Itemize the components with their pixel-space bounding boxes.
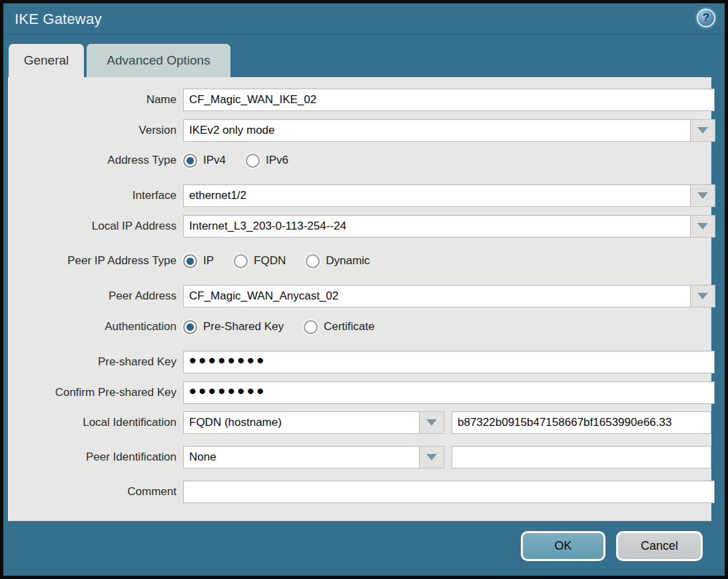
local-id-type-select[interactable]: FQDN (hostname) <box>183 411 444 434</box>
local-ip-dropdown-button[interactable] <box>691 215 715 238</box>
peer-id-dropdown-button[interactable] <box>420 446 444 469</box>
radio-certificate-label: Certificate <box>324 320 375 333</box>
interface-value[interactable]: ethernet1/2 <box>183 184 691 207</box>
cancel-button[interactable]: Cancel <box>616 531 703 561</box>
psk-confirm-row: Confirm Pre-shared Key •••••••• <box>16 381 715 404</box>
interface-row: Interface ethernet1/2 <box>16 184 715 207</box>
radio-peer-fqdn[interactable] <box>234 254 248 268</box>
chevron-down-icon <box>697 192 708 199</box>
chevron-down-icon <box>697 293 708 299</box>
tab-general-label: General <box>24 53 69 68</box>
titlebar-divider <box>3 34 725 35</box>
peer-address-dropdown-button[interactable] <box>691 285 715 307</box>
local-id-value-input[interactable]: b87322b0915b47158667bf1653990e66.33 <box>452 411 711 434</box>
local-id-label: Local Identification <box>16 416 177 429</box>
psk-masked-value: •••••••• <box>189 351 266 371</box>
radio-peer-dynamic-label: Dynamic <box>326 254 370 268</box>
psk-label: Pre-shared Key <box>16 355 177 369</box>
psk-input[interactable]: •••••••• <box>183 351 715 373</box>
local-ip-value[interactable]: Internet_L3_203-0-113-254--24 <box>183 215 691 238</box>
radio-peer-fqdn-label: FQDN <box>254 254 286 268</box>
peer-id-type-value[interactable]: None <box>183 446 420 469</box>
local-id-type-value[interactable]: FQDN (hostname) <box>183 411 420 434</box>
authentication-row: Authentication Pre-Shared Key Certificat… <box>16 318 394 335</box>
radio-peer-ip[interactable] <box>183 254 197 268</box>
peer-type-row: Peer IP Address Type IP FQDN Dynamic <box>16 252 390 270</box>
tab-advanced-options[interactable]: Advanced Options <box>87 44 230 77</box>
radio-pre-shared-key-label: Pre-Shared Key <box>203 320 284 333</box>
version-row: Version IKEv2 only mode <box>16 119 715 142</box>
ok-button[interactable]: OK <box>521 531 605 561</box>
radio-ipv6[interactable] <box>246 154 260 168</box>
help-icon[interactable]: ? <box>697 9 715 27</box>
peer-address-value[interactable]: CF_Magic_WAN_Anycast_02 <box>183 285 691 307</box>
interface-select[interactable]: ethernet1/2 <box>183 184 715 207</box>
radio-ipv6-label: IPv6 <box>266 154 288 167</box>
dialog-title: IKE Gateway <box>15 11 102 28</box>
peer-address-select[interactable]: CF_Magic_WAN_Anycast_02 <box>183 285 715 307</box>
comment-input[interactable] <box>183 481 715 503</box>
version-dropdown-button[interactable] <box>691 119 715 142</box>
name-row: Name CF_Magic_WAN_IKE_02 <box>16 89 715 111</box>
comment-label: Comment <box>16 485 177 498</box>
peer-id-row: Peer Identification None <box>16 446 711 469</box>
chevron-down-icon <box>426 454 437 461</box>
authentication-label: Authentication <box>16 320 177 333</box>
local-ip-row: Local IP Address Internet_L3_203-0-113-2… <box>16 215 715 238</box>
comment-row: Comment <box>16 481 715 503</box>
psk-confirm-masked-value: •••••••• <box>189 381 266 401</box>
address-type-label: Address Type <box>16 154 177 167</box>
tab-general[interactable]: General <box>9 44 84 77</box>
radio-peer-dynamic[interactable] <box>306 254 320 268</box>
local-id-dropdown-button[interactable] <box>420 411 444 434</box>
psk-row: Pre-shared Key •••••••• <box>16 351 715 373</box>
peer-address-label: Peer Address <box>16 290 177 303</box>
radio-pre-shared-key[interactable] <box>183 320 197 334</box>
radio-ipv4-label: IPv4 <box>203 154 226 167</box>
peer-address-row: Peer Address CF_Magic_WAN_Anycast_02 <box>16 285 715 307</box>
local-ip-label: Local IP Address <box>16 220 177 233</box>
chevron-down-icon <box>426 419 437 426</box>
peer-id-value-input[interactable] <box>452 446 711 469</box>
radio-ipv4[interactable] <box>183 154 197 168</box>
version-label: Version <box>16 124 177 137</box>
interface-label: Interface <box>16 189 177 202</box>
chevron-down-icon <box>697 223 708 230</box>
radio-peer-ip-label: IP <box>203 254 214 268</box>
general-tab-panel: Name CF_Magic_WAN_IKE_02 Version IKEv2 o… <box>8 77 711 521</box>
tab-advanced-options-label: Advanced Options <box>107 53 210 68</box>
peer-type-label: Peer IP Address Type <box>16 254 177 268</box>
name-label: Name <box>16 93 177 106</box>
radio-certificate[interactable] <box>304 320 318 334</box>
ike-gateway-dialog: IKE Gateway ? General Advanced Options N… <box>0 0 728 579</box>
help-glyph: ? <box>703 11 709 25</box>
peer-id-type-select[interactable]: None <box>183 446 444 469</box>
peer-id-label: Peer Identification <box>16 451 177 464</box>
address-type-row: Address Type IPv4 IPv6 <box>16 152 308 169</box>
version-value[interactable]: IKEv2 only mode <box>183 119 691 142</box>
local-id-row: Local Identification FQDN (hostname) b87… <box>16 411 711 434</box>
psk-confirm-label: Confirm Pre-shared Key <box>16 386 177 399</box>
psk-confirm-input[interactable]: •••••••• <box>183 381 715 404</box>
chevron-down-icon <box>697 127 708 134</box>
name-input[interactable]: CF_Magic_WAN_IKE_02 <box>183 89 715 111</box>
interface-dropdown-button[interactable] <box>691 184 715 207</box>
local-ip-select[interactable]: Internet_L3_203-0-113-254--24 <box>183 215 715 238</box>
version-select[interactable]: IKEv2 only mode <box>183 119 715 142</box>
